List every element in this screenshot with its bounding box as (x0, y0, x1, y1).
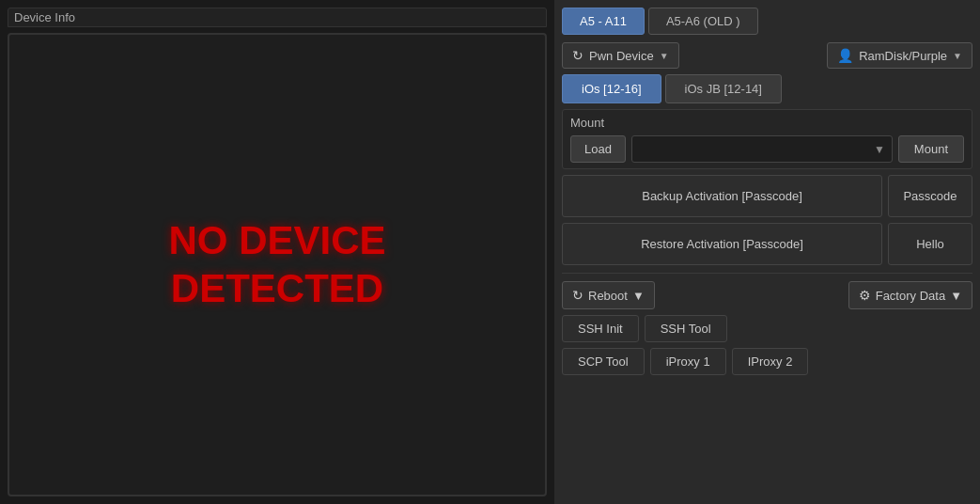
action-row: ↻ Pwn Device ▼ 👤 RamDisk/Purple ▼ (562, 42, 972, 69)
mount-button[interactable]: Mount (898, 135, 964, 163)
ramdisk-arrow-icon: ▼ (953, 51, 962, 61)
mount-select-wrapper: ▼ (631, 135, 893, 163)
mount-select[interactable] (631, 135, 893, 163)
user-icon: 👤 (837, 48, 853, 63)
scp-tool-button[interactable]: SCP Tool (562, 348, 645, 375)
reboot-arrow-icon: ▼ (632, 289, 645, 303)
iproxy1-button[interactable]: iProxy 1 (650, 348, 726, 375)
tab-a5-a6-old[interactable]: A5-A6 (OLD ) (648, 8, 758, 35)
reboot-button[interactable]: ↻ Reboot ▼ (562, 281, 655, 309)
tab-ios-12-16[interactable]: iOs [12-16] (562, 74, 661, 103)
ssh-init-button[interactable]: SSH Init (562, 315, 639, 342)
refresh-icon: ↻ (572, 48, 583, 63)
no-device-text: NO DEVICE DETECTED (168, 217, 385, 312)
mount-section: Mount Load ▼ Mount (562, 109, 972, 169)
scp-row: SCP Tool iProxy 1 IProxy 2 (562, 348, 972, 375)
reboot-icon: ↻ (572, 288, 583, 303)
device-screen: NO DEVICE DETECTED (8, 33, 547, 496)
chip-tab-row: A5 - A11 A5-A6 (OLD ) (562, 8, 972, 35)
mount-row: Load ▼ Mount (570, 135, 964, 163)
reboot-factory-row: ↻ Reboot ▼ ⚙ Factory Data ▼ (562, 281, 972, 309)
ramdisk-purple-button[interactable]: 👤 RamDisk/Purple ▼ (827, 42, 972, 69)
pwn-device-arrow-icon: ▼ (660, 51, 669, 61)
passcode-button[interactable]: Passcode (888, 175, 972, 217)
factory-icon: ⚙ (859, 288, 871, 303)
device-info-label: Device Info (8, 8, 547, 27)
restore-row: Restore Activation [Passcode] Hello (562, 223, 972, 265)
left-panel: Device Info NO DEVICE DETECTED (0, 0, 554, 504)
backup-activation-button[interactable]: Backup Activation [Passcode] (562, 175, 882, 217)
mount-label: Mount (570, 116, 964, 130)
right-panel: A5 - A11 A5-A6 (OLD ) ↻ Pwn Device ▼ 👤 R… (554, 0, 980, 504)
iproxy2-button[interactable]: IProxy 2 (732, 348, 809, 375)
load-button[interactable]: Load (570, 135, 626, 163)
factory-arrow-icon: ▼ (950, 289, 962, 303)
pwn-device-button[interactable]: ↻ Pwn Device ▼ (562, 42, 679, 69)
tab-ios-jb-12-14[interactable]: iOs JB [12-14] (665, 74, 782, 103)
ssh-tool-button[interactable]: SSH Tool (645, 315, 727, 342)
ssh-row: SSH Init SSH Tool (562, 315, 972, 342)
factory-data-button[interactable]: ⚙ Factory Data ▼ (848, 281, 972, 309)
ios-tab-row: iOs [12-16] iOs JB [12-14] (562, 74, 972, 103)
restore-activation-button[interactable]: Restore Activation [Passcode] (562, 223, 882, 265)
hello-button[interactable]: Hello (888, 223, 972, 265)
backup-row: Backup Activation [Passcode] Passcode (562, 175, 972, 217)
tab-a5-a11[interactable]: A5 - A11 (562, 8, 645, 35)
divider (562, 273, 972, 274)
